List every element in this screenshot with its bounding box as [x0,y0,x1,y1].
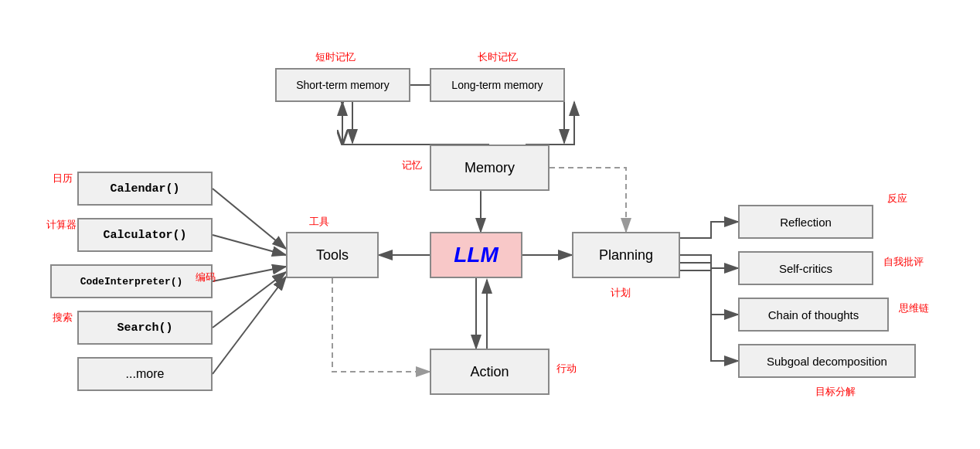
llm-label: LLM [454,243,499,267]
search-box: Search() [77,311,213,345]
reflection-label: Reflection [780,216,832,229]
svg-line-13 [213,267,286,281]
planning-box: Planning [572,232,680,278]
code-interpreter-label: CodeInterpreter() [80,276,183,287]
more-box: ...more [77,357,213,391]
chain-of-thoughts-box: Chain of thoughts [738,298,889,332]
action-box: Action [430,349,550,395]
action-cn-label: 行动 [556,362,577,376]
diagram: Short-term memory Long-term memory Memor… [0,0,980,449]
short-term-memory-box: Short-term memory [275,68,410,102]
chain-cn-label: 思维链 [899,301,929,315]
calculator-cn-label: 计算器 [46,218,77,232]
code-interpreter-box: CodeInterpreter() [50,264,213,298]
llm-box: LLM [430,232,522,278]
self-critics-box: Self-critics [738,251,873,285]
code-cn-label: 编码 [196,270,216,284]
subgoal-decomposition-box: Subgoal decomposition [738,344,916,378]
calendar-cn-label: 日历 [53,172,73,185]
long-term-memory-box: Long-term memory [430,68,565,102]
short-term-cn-label: 短时记忆 [315,50,356,64]
subgoal-decomposition-label: Subgoal decomposition [767,355,887,368]
calendar-box: Calendar() [77,172,213,206]
tools-box: Tools [286,232,379,278]
svg-line-12 [213,235,286,255]
planning-cn-label: 计划 [611,286,631,300]
memory-box: Memory [430,145,550,191]
tools-cn-label: 工具 [309,215,329,229]
calculator-label: Calculator() [103,229,186,242]
svg-line-14 [213,272,286,328]
self-critics-label: Self-critics [779,262,832,275]
subgoal-cn-label: 目标分解 [815,385,856,399]
calendar-label: Calendar() [110,182,179,196]
planning-label: Planning [599,247,653,264]
search-label: Search() [117,321,172,335]
action-label: Action [470,364,509,380]
memory-cn-label: 记忆 [402,158,422,172]
calculator-box: Calculator() [77,218,213,252]
svg-line-11 [213,189,286,249]
short-term-memory-label: Short-term memory [296,79,390,91]
self-critics-cn-label: 自我批评 [883,255,924,269]
long-term-memory-label: Long-term memory [451,79,543,91]
search-cn-label: 搜索 [53,311,73,325]
chain-of-thoughts-label: Chain of thoughts [768,308,859,321]
reflection-cn-label: 反应 [887,192,907,206]
memory-label: Memory [464,160,515,176]
more-label: ...more [126,367,165,381]
long-term-cn-label: 长时记忆 [478,50,518,64]
svg-line-15 [213,277,286,374]
tools-label: Tools [316,247,349,264]
reflection-box: Reflection [738,205,873,239]
